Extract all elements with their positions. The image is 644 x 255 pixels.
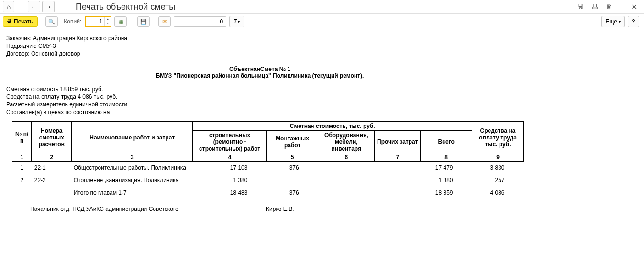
doc-title-2: БМУЗ "Пионерская районная больница" Поли…: [6, 72, 513, 79]
summary-prices: Составлен(а) в ценах по состоянию на: [6, 109, 633, 116]
nav-back-button[interactable]: [28, 1, 40, 12]
print-icon-button[interactable]: [590, 2, 600, 12]
document-preview-icon: [606, 3, 612, 11]
copies-label: Копий:: [61, 18, 82, 25]
kebab-menu[interactable]: ⋮: [619, 3, 624, 11]
signature-line: Начальник отд. ПСД УАиКС администрации С…: [30, 206, 633, 212]
th-name: Наименование работ и затрат: [72, 122, 193, 153]
table-icon: [118, 18, 123, 25]
document-preview[interactable]: Заказчик: Администрация Кировского район…: [3, 30, 641, 252]
copies-input[interactable]: [86, 17, 104, 26]
disk-icon: [577, 3, 584, 11]
column-numbers-row: 1 2 3 4 5 6 7 8 9: [12, 153, 524, 162]
sigma-icon: Σ: [234, 18, 237, 25]
th-install: Монтажных работ: [266, 131, 318, 153]
th-equip: Оборудования, мебели, инвентаря: [318, 131, 375, 153]
spin-down[interactable]: ▼: [105, 22, 111, 26]
arrow-left-icon: [31, 3, 37, 11]
home-button[interactable]: [3, 1, 14, 12]
contract-line: Договор: Основной договор: [6, 50, 633, 57]
th-labor: Средства на оплату труда тыс. руб.: [472, 122, 524, 153]
print-button-label: Печать: [14, 18, 33, 25]
chevron-down-icon: ▾: [238, 20, 240, 24]
numeric-field[interactable]: [174, 16, 226, 27]
table-row: 222-2Отопление ,канализация. Поликлиника…: [12, 174, 524, 186]
more-label: Еще: [606, 18, 617, 25]
page-title: Печать объектной сметы: [76, 2, 175, 12]
arrow-right-icon: [45, 3, 52, 11]
sign-title: Начальник отд. ПСД УАиКС администрации С…: [30, 206, 178, 212]
save-button[interactable]: [137, 16, 150, 27]
mail-icon: [162, 18, 167, 25]
table-row: 122-1Общестроительные работы. Поликлиник…: [12, 162, 524, 174]
summary-labor: Средства на оплату труда 4 086 тыс. руб.: [6, 93, 633, 100]
save-icon-button[interactable]: [576, 2, 585, 12]
preview-button[interactable]: [45, 16, 58, 27]
printer-icon: [591, 3, 598, 11]
chevron-down-icon: ▾: [619, 20, 621, 24]
th-idx: № п/п: [12, 122, 32, 153]
th-cost-group: Сметная стоимость, тыс. руб.: [193, 122, 472, 131]
th-codes: Номера сметных расчетов: [32, 122, 72, 153]
th-total: Всего: [421, 131, 472, 153]
help-button[interactable]: ?: [628, 16, 639, 27]
copies-spinner[interactable]: ▲ ▼: [85, 16, 111, 27]
print-button[interactable]: Печать: [3, 16, 38, 27]
contractor-line: Подрядчик: СМУ-3: [6, 43, 633, 49]
spin-up[interactable]: ▲: [105, 17, 111, 22]
spinner-buttons[interactable]: ▲ ▼: [104, 17, 111, 26]
estimate-table: № п/п Номера сметных расчетов Наименован…: [12, 121, 524, 199]
printer-icon: [6, 18, 12, 25]
doc-title-1: ОбъектнаяСмета № 1: [6, 66, 513, 72]
send-mail-button[interactable]: [158, 16, 171, 27]
sum-button[interactable]: Σ ▾: [229, 16, 244, 27]
more-button[interactable]: Еще ▾: [601, 16, 625, 27]
home-icon: [7, 3, 11, 11]
sign-person: Кирко Е.В.: [266, 206, 294, 212]
customer-line: Заказчик: Администрация Кировского район…: [6, 35, 633, 42]
toolbar: Печать Копий: ▲ ▼ Σ ▾ Еще ▾ ?: [0, 14, 644, 29]
close-button[interactable]: ✕: [629, 2, 639, 12]
document-content: Заказчик: Администрация Кировского район…: [3, 30, 636, 217]
th-other: Прочих затрат: [375, 131, 421, 153]
table-layout-button[interactable]: [114, 16, 127, 27]
summary-unit: Расчетный измеритель единичной стоимости: [6, 101, 633, 108]
summary-cost: Сметная стоимость 18 859 тыс. руб.: [6, 86, 633, 93]
magnifier-icon: [48, 18, 55, 25]
save-icon: [140, 18, 147, 25]
table-row: Итого по главам 1-718 48337618 8594 086: [12, 186, 524, 199]
nav-forward-button[interactable]: [42, 1, 55, 12]
th-build: строительных (ремонтно - строительных) р…: [193, 131, 267, 153]
preview-icon-button[interactable]: [604, 2, 614, 12]
window-header: Печать объектной сметы ⋮ ✕: [0, 0, 644, 14]
